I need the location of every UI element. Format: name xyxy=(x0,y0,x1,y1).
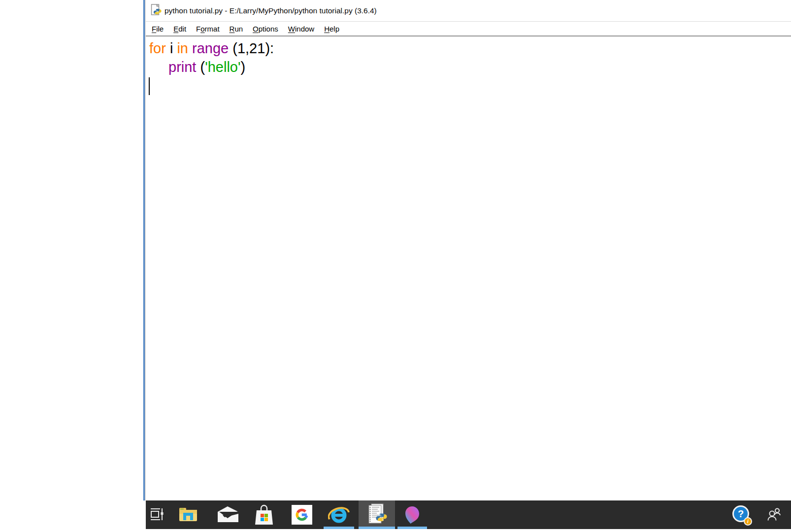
menu-window[interactable]: Window xyxy=(283,23,319,34)
menu-bar: File Edit Format Run Options Window Help xyxy=(146,22,791,35)
idle-window: python tutorial.py - E:/Larry/MyPython/p… xyxy=(146,0,791,500)
internet-explorer-icon xyxy=(328,504,350,526)
file-explorer-button[interactable] xyxy=(170,500,206,529)
menu-edit[interactable]: Edit xyxy=(168,23,191,34)
task-view-button[interactable] xyxy=(146,500,168,529)
menu-format[interactable]: Format xyxy=(191,23,225,34)
code-editor[interactable]: for i in range (1,21): print ('hello') xyxy=(146,37,791,500)
microsoft-store-button[interactable] xyxy=(246,500,282,529)
internet-explorer-button[interactable] xyxy=(324,500,354,529)
text-cursor xyxy=(149,77,150,95)
menu-run[interactable]: Run xyxy=(225,23,248,34)
google-icon xyxy=(292,505,312,525)
python-idle-button[interactable] xyxy=(359,500,395,529)
google-button[interactable] xyxy=(284,500,320,529)
window-title: python tutorial.py - E:/Larry/MyPython/p… xyxy=(165,0,377,21)
python-file-icon xyxy=(150,4,162,17)
title-bar[interactable]: python tutorial.py - E:/Larry/MyPython/p… xyxy=(146,0,791,21)
get-help-button[interactable]: ? i xyxy=(730,500,754,529)
code-line-2: print ('hello') xyxy=(168,58,245,76)
file-explorer-icon xyxy=(179,506,198,524)
desktop: python tutorial.py - E:/Larry/MyPython/p… xyxy=(0,0,791,532)
people-icon xyxy=(767,507,781,522)
task-view-icon xyxy=(150,507,164,523)
mail-icon xyxy=(218,506,238,524)
code-line-1: for i in range (1,21): xyxy=(149,39,274,58)
menu-help[interactable]: Help xyxy=(319,23,344,34)
get-help-icon: ? i xyxy=(732,505,751,524)
python-idle-icon xyxy=(365,503,388,527)
paint-3d-button[interactable] xyxy=(397,500,427,529)
microsoft-store-icon xyxy=(255,504,273,526)
menu-options[interactable]: Options xyxy=(248,23,283,34)
people-button[interactable] xyxy=(762,500,786,529)
taskbar: ? i xyxy=(146,500,791,529)
menu-file[interactable]: File xyxy=(147,23,168,34)
paint-3d-icon xyxy=(405,506,420,524)
mail-button[interactable] xyxy=(210,500,246,529)
